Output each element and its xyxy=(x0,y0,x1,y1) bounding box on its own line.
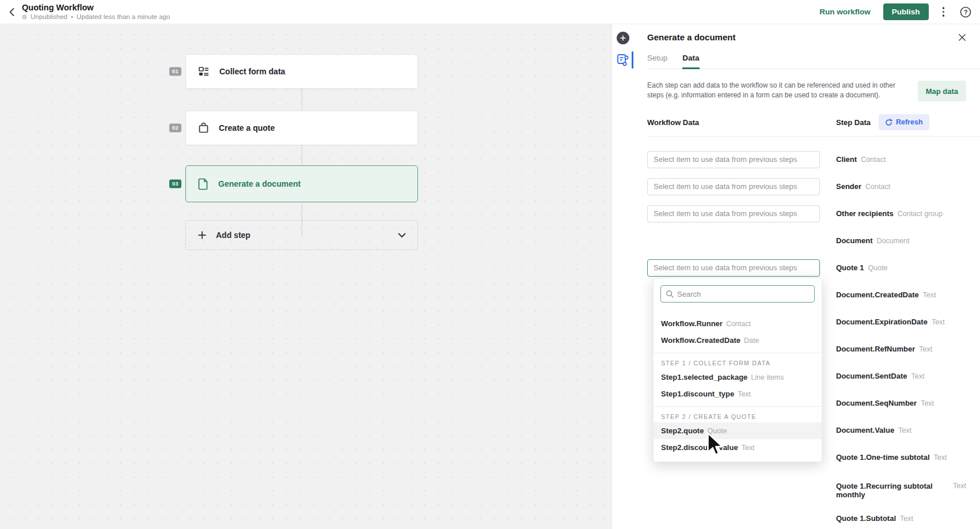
step-data-header: Step Data xyxy=(836,118,871,127)
step-card-collect-form-data[interactable]: 01 Collect form data xyxy=(185,54,418,89)
mapped-step-icon xyxy=(617,53,629,67)
panel-tabs: Setup Data xyxy=(647,54,980,69)
step-data-name: Document.SeqNumber xyxy=(836,399,917,407)
bag-icon xyxy=(197,122,210,134)
dropdown-item-step1-selected-package[interactable]: Step1.selected_packageLine items xyxy=(654,369,822,386)
document-icon xyxy=(197,177,209,190)
step-label: Generate a document xyxy=(218,179,301,188)
step-card-create-a-quote[interactable]: 02 Create a quote xyxy=(185,111,418,145)
step-data-name: Document.Value xyxy=(836,426,894,434)
refresh-icon xyxy=(885,119,892,126)
search-icon xyxy=(666,290,674,298)
refresh-label: Refresh xyxy=(896,118,923,126)
chevron-left-icon xyxy=(9,8,14,16)
step-data-name: Client xyxy=(836,155,857,164)
step-data-type: Text xyxy=(919,345,932,353)
status-dot-icon xyxy=(22,14,27,20)
step-data-type: Text xyxy=(953,482,966,490)
page-title: Quoting Workflow xyxy=(22,3,170,13)
separator-dot: • xyxy=(71,13,73,21)
add-panel-button[interactable] xyxy=(617,32,629,44)
add-step-label: Add step xyxy=(216,231,389,240)
form-icon xyxy=(197,65,210,78)
status-text: Unpublished xyxy=(31,13,67,21)
step-data-name: Document.SentDate xyxy=(836,372,907,380)
step-number-badge: 01 xyxy=(169,67,181,76)
data-row-quote-1: Quote 1Quote xyxy=(647,254,966,281)
step-data-type: Text xyxy=(900,515,913,523)
step-number-badge: 02 xyxy=(169,124,181,133)
dropdown-list: Workflow.RunnerContact Workflow.CreatedD… xyxy=(654,303,822,456)
data-row-document: DocumentDocument xyxy=(647,227,966,254)
add-step-button[interactable]: Add step xyxy=(185,220,418,250)
step-data-type: Quote xyxy=(868,264,887,272)
dropdown-item-workflow-runner[interactable]: Workflow.RunnerContact xyxy=(654,315,822,332)
step-data-type: Text xyxy=(934,454,947,462)
dropdown-group-header-step1: STEP 1 / COLLECT FORM DATA xyxy=(654,353,822,369)
run-workflow-button[interactable]: Run workflow xyxy=(819,7,871,16)
step-data-type: Document xyxy=(877,237,910,245)
step-data-name: Quote 1.Subtotal xyxy=(836,514,896,523)
step-data-name: Document xyxy=(836,236,873,245)
chevron-down-icon xyxy=(398,233,406,238)
workflow-data-select-sender[interactable] xyxy=(647,178,820,195)
step-card-generate-a-document[interactable]: 03 Generate a document xyxy=(185,165,418,202)
step-data-name: Sender xyxy=(836,182,861,191)
step-data-type: Text xyxy=(932,318,945,326)
step-data-row: Quote 1.Recurring subtotal monthlyText xyxy=(647,471,966,505)
step-data-type: Contact xyxy=(865,183,890,191)
close-icon[interactable] xyxy=(958,33,968,44)
tab-data[interactable]: Data xyxy=(682,54,699,69)
step-label: Create a quote xyxy=(219,123,275,133)
refresh-button[interactable]: Refresh xyxy=(879,114,929,130)
step-data-name: Document.ExpirationDate xyxy=(836,318,928,326)
step-data-name: Quote 1 xyxy=(836,263,864,272)
dropdown-item-step1-discount-type[interactable]: Step1.discount_typeText xyxy=(654,386,822,402)
data-row-sender: SenderContact xyxy=(647,173,966,200)
more-menu-button[interactable] xyxy=(938,3,949,20)
step-data-type: Text xyxy=(911,372,925,380)
step-number-badge: 03 xyxy=(169,180,181,188)
dropdown-item-step2-quote[interactable]: Step2.quoteQuote xyxy=(654,422,822,439)
dropdown-item-step2-discount-value[interactable]: Step2.discount_valueText xyxy=(654,439,822,456)
data-description: Each step can add data to the workflow s… xyxy=(647,81,918,101)
workflow-data-select-client[interactable] xyxy=(647,151,820,168)
data-row-client: ClientContact xyxy=(647,146,966,173)
svg-text:?: ? xyxy=(964,9,968,16)
step-label: Collect form data xyxy=(219,67,285,76)
workflow-data-select-quote-1[interactable] xyxy=(647,259,820,277)
back-button[interactable] xyxy=(5,5,18,19)
description-row: Each step can add data to the workflow s… xyxy=(647,81,966,101)
step-data-name: Document.CreatedDate xyxy=(836,290,919,299)
column-headers: Workflow Data Step Data Refresh xyxy=(647,114,980,137)
step-data-type: Text xyxy=(923,291,936,299)
workflow-canvas: 01 Collect form data 02 Create a quot xyxy=(0,24,611,529)
top-bar: Quoting Workflow Unpublished • Updated l… xyxy=(0,0,980,24)
step-data-name: Document.RefNumber xyxy=(836,345,915,353)
dropdown-search xyxy=(660,285,815,303)
step-data-type: Contact xyxy=(861,156,886,164)
map-data-button[interactable]: Map data xyxy=(918,81,966,101)
plus-icon xyxy=(197,231,207,240)
updated-text: Updated less than a minute ago xyxy=(77,13,170,21)
search-input[interactable] xyxy=(677,290,810,298)
publish-button[interactable]: Publish xyxy=(883,3,929,20)
dropdown-item-workflow-createddate[interactable]: Workflow.CreatedDateDate xyxy=(654,332,822,349)
panel-title: Generate a document xyxy=(647,32,966,42)
step-data-type: Text xyxy=(921,399,934,407)
plus-icon xyxy=(620,35,626,41)
dropdown-group-header-step2: STEP 2 / CREATE A QUOTE xyxy=(654,406,822,422)
step-data-name: Quote 1.Recurring subtotal monthly xyxy=(836,482,949,499)
step-data-row: Quote 1.SubtotalText xyxy=(647,505,966,529)
workflow-status-row: Unpublished • Updated less than a minute… xyxy=(22,13,170,21)
title-block: Quoting Workflow Unpublished • Updated l… xyxy=(22,3,170,21)
help-icon[interactable]: ? xyxy=(959,6,972,18)
step-data-type: Text xyxy=(898,426,911,434)
data-row-other-recipients: Other recipientsContact group xyxy=(647,200,966,227)
step-data-type: Contact group xyxy=(898,210,943,218)
app-root: Quoting Workflow Unpublished • Updated l… xyxy=(0,0,980,529)
workflow-data-select-other-recipients[interactable] xyxy=(647,205,820,222)
tab-setup[interactable]: Setup xyxy=(647,54,667,69)
data-select-dropdown: Workflow.RunnerContact Workflow.CreatedD… xyxy=(653,278,822,462)
workflow-step-rail-icon[interactable] xyxy=(617,53,629,67)
